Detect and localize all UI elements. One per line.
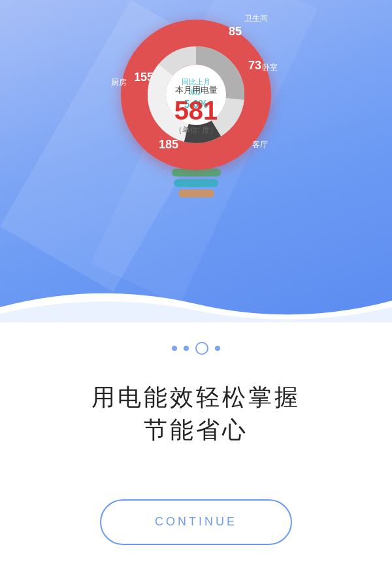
top-section: 155 85 73 185 厨房 卫生间 卧室 客厅 xyxy=(0,0,392,340)
bathroom-value: 85 xyxy=(229,25,242,39)
monthly-unit: （单位: 度） xyxy=(174,125,218,136)
main-title-line1: 用电能效轻松掌握 xyxy=(91,381,301,414)
monthly-value: 581 xyxy=(174,96,218,125)
pagination-dot-4 xyxy=(215,346,220,351)
continue-button[interactable]: CONTINUE xyxy=(100,499,292,545)
bottom-section: 用电能效轻松掌握 节能省心 CONTINUE xyxy=(0,322,392,564)
bedroom-label: 卧室 xyxy=(262,62,278,73)
living-label: 客厅 xyxy=(252,139,268,150)
pagination-dot-active xyxy=(195,342,208,355)
pagination xyxy=(172,342,220,355)
lightbulb-illustration: 155 85 73 185 厨房 卫生间 卧室 客厅 xyxy=(111,20,281,197)
bulb-neck xyxy=(170,169,222,197)
monthly-label: 本月用电量 xyxy=(174,84,218,96)
pagination-dot-2 xyxy=(184,346,189,351)
bathroom-label: 卫生间 xyxy=(244,13,268,24)
pagination-dot-1 xyxy=(172,346,177,351)
kitchen-label: 厨房 xyxy=(111,77,127,88)
bulb-globe: 155 85 73 185 厨房 卫生间 卧室 客厅 xyxy=(121,20,271,170)
main-title-line2: 节能省心 xyxy=(91,414,301,446)
neck-stripe-blue xyxy=(174,179,218,187)
main-title: 用电能效轻松掌握 节能省心 xyxy=(91,381,301,447)
neck-stripe-brown xyxy=(178,190,214,197)
monthly-usage: 本月用电量 581 （单位: 度） xyxy=(174,84,218,136)
